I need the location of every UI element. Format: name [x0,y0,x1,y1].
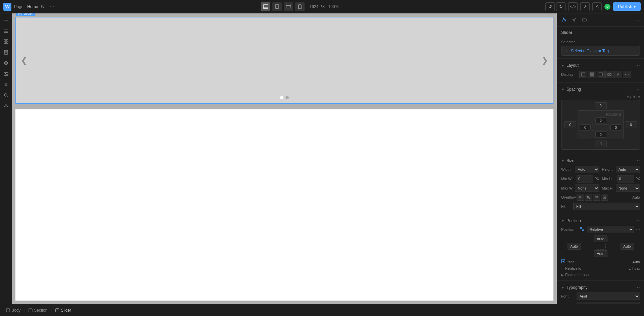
layout-more-icon[interactable]: ⋯ [635,63,640,68]
components-btn[interactable] [1,37,11,46]
settings-tab-btn[interactable] [570,15,579,24]
spacing-section-header[interactable]: ▼ Spacing ⋯ [557,85,644,93]
max-w-select[interactable]: NonePX% [575,185,599,192]
more-panel-btn[interactable]: ⋯ [633,15,641,24]
styles-btn[interactable] [1,58,11,68]
width-label: Width [561,167,574,171]
pos-top-input[interactable] [594,235,607,242]
slider-dot-2[interactable] [285,96,289,99]
search-btn[interactable] [1,91,11,100]
svg-rect-4 [299,5,301,9]
font-row: Font ArialHelveticaTimes New Roman [557,292,644,301]
float-clear-row[interactable]: ▶ Float and clear [557,272,644,278]
typography-more-icon[interactable]: ⋯ [635,285,640,290]
overflow-visible-btn[interactable] [577,194,584,201]
font-select[interactable]: ArialHelveticaTimes New Roman [577,293,640,300]
breadcrumb-body[interactable]: Body [3,307,23,314]
responsive-tab-btn[interactable] [580,15,589,24]
max-w-label: Max W [561,186,574,190]
selector-label: Selector [561,40,640,44]
height-select[interactable]: AutoPX% [616,166,640,173]
layout-section-title: ▼ Layout [561,63,579,68]
pos-bottom-input[interactable] [594,250,607,257]
svg-rect-49 [582,229,584,231]
slider-label: Slider [16,13,35,16]
slider-element[interactable]: Slider ❮ ❯ [15,17,553,104]
layers-btn[interactable] [1,26,11,36]
padding-right-input[interactable] [610,124,621,130]
itself-val: Auto [632,260,640,264]
size-more-icon[interactable]: ⋯ [635,158,640,163]
users-btn[interactable] [1,101,11,111]
padding-left-input[interactable] [580,124,591,130]
display-more-btn[interactable]: ⋯ [623,71,631,78]
code-btn[interactable]: </> [568,2,578,11]
position-type-select[interactable]: RelativeAbsoluteFixedStickyStatic [587,226,634,233]
position-expand-icon[interactable]: ⋯ [636,227,640,232]
view-tablet-h-btn[interactable] [284,2,293,11]
view-desktop-btn[interactable] [272,2,282,11]
svg-rect-37 [608,73,609,75]
display-inline-btn[interactable] [605,71,613,78]
sync-icon[interactable]: ↻ [41,4,45,9]
position-section-header[interactable]: ▼ Position ⋯ [557,217,644,225]
margin-right-input[interactable] [625,121,637,128]
add-element-btn[interactable] [1,15,11,25]
min-h-input[interactable] [618,175,634,182]
topbar-center: 1624 PX 100% [261,2,341,11]
overflow-scroll-btn[interactable] [593,194,600,201]
view-tablet-v-btn[interactable] [295,2,305,11]
max-h-select[interactable]: NonePX% [616,185,640,192]
pos-left-input[interactable] [568,243,581,250]
width-select[interactable]: AutoPX% [575,166,599,173]
publish-btn[interactable]: Publish ▾ [613,2,641,11]
page-name[interactable]: Home [27,4,38,9]
display-grid-btn[interactable] [597,71,605,78]
position-section: ▼ Position ⋯ Position RelativeAbsoluteFi… [557,214,644,281]
logo[interactable]: W [3,3,11,11]
page-label: Page: [14,4,24,9]
font-btn[interactable]: A [592,2,602,11]
style-tab-btn[interactable] [560,15,569,24]
position-more-icon[interactable]: ⋯ [635,218,640,223]
typography-section-header[interactable]: ▼ Typography ⋯ [557,283,644,292]
margin-left-input[interactable] [564,121,576,128]
margin-bottom-input[interactable] [595,141,607,147]
size-section-header[interactable]: ▼ Size ⋯ [557,157,644,165]
spacing-more-icon[interactable]: ⋯ [635,87,640,92]
svg-rect-13 [6,42,8,44]
slider-dot-1[interactable] [280,96,283,99]
view-desktop-full-btn[interactable] [261,2,270,11]
display-text-btn[interactable]: A [614,71,622,78]
size-section: ▼ Size ⋯ Width AutoPX% Height AutoPX% Mi… [557,154,644,214]
svg-rect-12 [4,42,6,44]
pos-right-input[interactable] [621,243,634,250]
slider-nav-right[interactable]: ❯ [541,56,548,65]
layout-section-header[interactable]: ▼ Layout ⋯ [557,61,644,69]
breadcrumb-slider[interactable]: Slider [53,307,74,314]
padding-bottom-input[interactable] [595,131,606,138]
media-btn[interactable] [1,69,11,78]
min-w-input[interactable] [577,175,593,182]
font-label: Font [561,294,575,298]
overflow-auto-btn[interactable] [601,194,608,201]
main-area: Slider ❮ ❯ [0,13,644,304]
settings-btn[interactable] [1,80,11,89]
display-block-btn[interactable] [579,71,587,78]
more-options-btn[interactable]: ⋯ [47,3,57,10]
breadcrumb-section[interactable]: Section [26,307,50,314]
margin-top-input[interactable] [595,102,607,109]
redo-btn[interactable]: ↻ [556,2,566,11]
undo-btn[interactable]: ↺ [545,2,555,11]
size-collapse-arrow: ▼ [561,159,565,163]
panel-top-icons: ⋯ [557,13,644,27]
pos-icon [580,227,584,232]
display-flex-btn[interactable] [588,71,596,78]
selector-add-btn[interactable]: ＋ Select a Class or Tag [561,46,640,56]
overflow-hidden-btn[interactable] [585,194,592,201]
padding-top-input[interactable] [595,117,606,123]
export-btn[interactable]: ↗ [580,2,590,11]
slider-nav-left[interactable]: ❮ [21,56,28,65]
fit-select[interactable]: FillContainCoverNone [573,203,640,210]
pages-btn[interactable] [1,48,11,57]
